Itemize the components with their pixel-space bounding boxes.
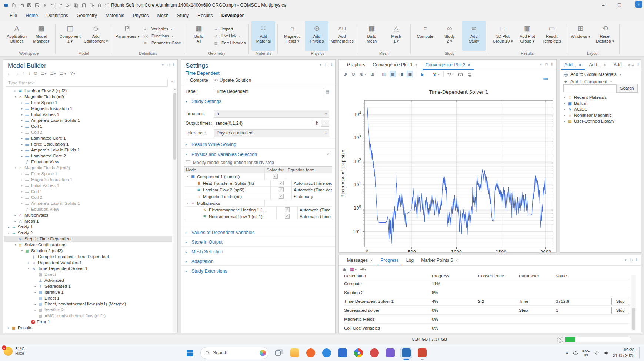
taskbar-app-chrome[interactable]	[353, 347, 364, 358]
tree-item-direct-1[interactable]: ▧Direct 1	[4, 295, 172, 301]
ribbon-add-study[interactable]: ∞Add Study	[462, 21, 486, 51]
tree-item-study-1[interactable]: ▸∞Study 1	[4, 224, 172, 230]
solve-for-checkbox[interactable]: ✓	[285, 214, 290, 219]
show-toggle-icon[interactable]: ⊚	[34, 71, 37, 76]
time-unit-select[interactable]: h▾	[214, 110, 329, 118]
save-as-icon[interactable]	[33, 1, 41, 9]
solve-for-checkbox[interactable]: ✓	[285, 207, 290, 212]
tree-item-laminar-flow-2-spf2[interactable]: ▸≋Laminar Flow 2 (spf2)	[4, 88, 172, 94]
filter-icon[interactable]: ⋎▾	[70, 71, 76, 76]
physics-row-heat-transfer-in-solids-ht[interactable]: ▮Heat Transfer in Solids (ht)✓Automatic …	[184, 180, 332, 187]
section-values-of-dependent-variables[interactable]: ▸Values of Dependent Variables	[186, 230, 331, 235]
tree-item-solution-2-sol2[interactable]: ▾▦Solution 2 (sol2)	[4, 248, 172, 254]
tree-chevron-right-icon[interactable]: ▸	[20, 107, 24, 110]
taskbar-search[interactable]: Search	[200, 347, 268, 359]
tree-item-dependent-variables-1[interactable]: ▸υDependent Variables 1	[4, 260, 172, 265]
collapse-icon[interactable]: ▾	[162, 63, 164, 67]
chevron-right-icon[interactable]: ▸	[563, 108, 567, 111]
material-group-nonlinear-magnetic[interactable]: ▸∩Nonlinear Magnetic	[561, 112, 640, 118]
tree-item-compile-equations-time-dependent[interactable]: ƒCompile Equations: Time Dependent	[4, 254, 172, 260]
add-to-component[interactable]: + Add to Component▾	[563, 79, 638, 84]
tree-item-results[interactable]: ▸▦Results	[4, 325, 172, 331]
ribbon-add-plot-group[interactable]: ▣Add Plot Group ▾	[515, 21, 539, 51]
dock-view-icon[interactable]: ⊞	[343, 267, 346, 272]
progress-scrollbar[interactable]	[631, 275, 636, 331]
comsol-logo-icon[interactable]	[2, 1, 10, 9]
label-input[interactable]	[214, 88, 323, 95]
chevron-right-icon[interactable]: ▸	[563, 114, 567, 117]
ribbon-compute[interactable]: =Compute	[413, 21, 437, 51]
tree-chevron-right-icon[interactable]: ▸	[33, 302, 37, 306]
ribbon-parameter-case[interactable]: PiParameter Case	[142, 41, 181, 45]
taskbar-app-comsol[interactable]	[401, 347, 412, 358]
tree-chevron-right-icon[interactable]: ▸	[20, 101, 24, 104]
tree-chevron-right-icon[interactable]: ▸	[20, 143, 24, 146]
clock[interactable]: 09:2831-05-2025	[613, 347, 634, 358]
go-forward-icon[interactable]: →	[15, 71, 19, 76]
section-physics-variables[interactable]: ▾Physics and Variables Selection↶	[186, 151, 331, 157]
ribbon-livelink[interactable]: ⇄LiveLink▾	[212, 34, 246, 38]
tree-item-step-1-time-dependent[interactable]: ∿Step 1: Time Dependent	[4, 236, 172, 242]
tree-item-amp-re-s-law-in-solids-1[interactable]: ▸▬Ampère's Law in Solids 1	[4, 117, 172, 123]
pin-icon[interactable]: ‖	[173, 63, 174, 67]
undo-icon[interactable]	[49, 1, 57, 9]
close-icon[interactable]: ✕	[603, 63, 606, 67]
tree-chevron-down-icon[interactable]: ▾	[27, 267, 31, 270]
taskbar-app-app-violet[interactable]	[385, 347, 396, 358]
ribbon-application-builder[interactable]: AApplication Builder	[5, 21, 29, 51]
taskbar-app-presentation-app[interactable]	[417, 347, 428, 358]
taskbar-app-media-player-red[interactable]	[369, 347, 380, 358]
add-tab-add[interactable]: Add...✕	[561, 60, 585, 70]
color-theme-icon[interactable]: ▾	[431, 71, 440, 77]
zoom-out-icon[interactable]: ⊖	[351, 71, 356, 77]
table-columns-icon[interactable]: ▦▾	[350, 267, 356, 272]
tree-item-iterative-2[interactable]: ▸▨Iterative 2	[4, 307, 172, 313]
material-group-recent-materials[interactable]: ▸∷Recent Materials	[561, 94, 640, 100]
tree-item-solver-configurations[interactable]: ▾≣Solver Configurations	[4, 242, 172, 248]
paste-special-icon[interactable]	[88, 1, 96, 9]
bottom-tab-marker-points-6[interactable]: Marker Points 6✕	[418, 255, 461, 265]
tree-chevron-down-icon[interactable]: ▾	[13, 95, 17, 98]
tree-item-free-space-1[interactable]: ▸▬Free Space 1	[4, 100, 172, 106]
model-tree-scrollbar[interactable]: ▴	[173, 88, 177, 332]
add-to-global-materials[interactable]: Add to Global Materials▾	[563, 72, 638, 77]
tree-item-magnetic-insulation-1[interactable]: ▸▬Magnetic Insulation 1	[4, 106, 172, 111]
tree-item-segregated-1[interactable]: ▸ŦSegregated 1	[4, 283, 172, 289]
tree-item-advanced[interactable]: ⊥Advanced	[4, 277, 172, 283]
tree-item-coil-1[interactable]: ▸▬Coil 1	[4, 188, 172, 194]
tree-chevron-right-icon[interactable]: ▸	[20, 119, 24, 122]
tree-item-mesh-1[interactable]: ▸△Mesh 1	[4, 218, 172, 224]
tree-item-equation-view[interactable]: ƒEquation View	[4, 206, 172, 212]
section-results-while-solving[interactable]: ▸Results While Solving	[186, 142, 331, 147]
scrollbar-thumb[interactable]	[173, 93, 176, 160]
tree-item-coil-2[interactable]: ▸▬Coil 2	[4, 194, 172, 200]
taskbar-app-firefox[interactable]	[305, 347, 316, 358]
tree-item-study-2[interactable]: ▾∞Study 2	[4, 230, 172, 236]
redo-icon[interactable]	[57, 1, 64, 9]
update-solution-button[interactable]: ⟲Update Solution	[214, 78, 251, 83]
volume-icon[interactable]	[604, 351, 609, 355]
tree-item-magnetic-fields-2-mf2[interactable]: ▾∩Magnetic Fields 2 (mf2)	[4, 165, 172, 171]
taskbar-app-mail[interactable]	[337, 347, 348, 358]
pin-icon[interactable]: ‖	[331, 63, 332, 67]
axis-marker-icon[interactable]: ⇥▾	[360, 267, 366, 272]
node-group-icon[interactable]: ≣ ▾	[59, 71, 66, 76]
collapse-sort-icon[interactable]: ≣▾	[41, 71, 47, 76]
physics-row-magnetic-fields-mf[interactable]: ∩Magnetic Fields (mf)✓Stationary	[184, 193, 332, 200]
delete-icon[interactable]	[96, 1, 103, 9]
model-builder-panel-controls[interactable]: ▾◻‖	[162, 63, 174, 67]
menu-tab-study[interactable]: Study	[177, 13, 189, 18]
solve-for-checkbox[interactable]: ✓	[279, 187, 284, 192]
material-search-button[interactable]: Search	[616, 84, 638, 93]
tree-item-amp-re-s-law-in-solids-1[interactable]: ▸▬Ampère's Law in Solids 1	[4, 200, 172, 206]
tree-chevron-down-icon[interactable]: ▾	[7, 231, 11, 235]
new-file-icon[interactable]	[10, 1, 18, 9]
material-group-ac-dc[interactable]: ▸ϟAC/DC	[561, 106, 640, 112]
taskbar-weather-widget[interactable]: 1 31°CHaze	[4, 346, 25, 356]
tree-item-iterative-1[interactable]: ▸▨Iterative 1	[4, 289, 172, 295]
ribbon-magnetic-fields[interactable]: ∩Magnetic Fields ▾	[280, 21, 304, 51]
section-study-settings[interactable]: ▾Study Settings	[186, 99, 331, 104]
save-icon[interactable]	[26, 1, 33, 9]
refresh-icon[interactable]: ⟲	[171, 80, 174, 84]
tab-convergence-plot-1[interactable]: Convergence Plot 1✕	[370, 60, 421, 70]
